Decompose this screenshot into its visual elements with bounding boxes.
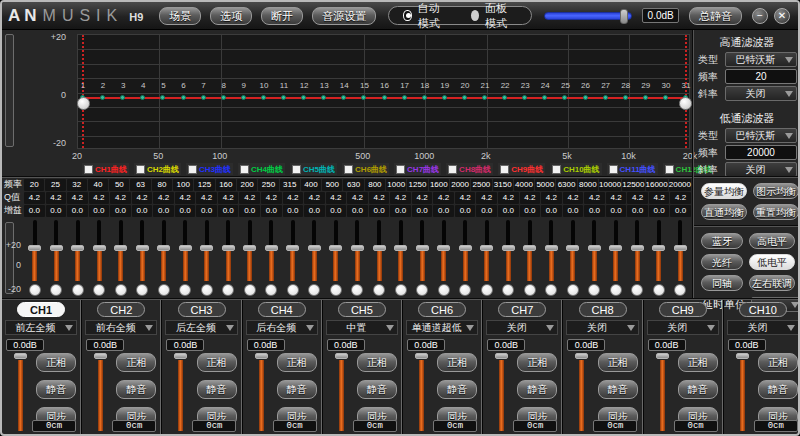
eq-band-gain[interactable]: 0.0 [218, 205, 239, 217]
lpf-type-select[interactable]: 巴特沃斯 [725, 128, 797, 143]
eq-band-q[interactable]: 4.2 [261, 192, 282, 204]
slider-handle[interactable] [28, 245, 41, 251]
eq-band-q[interactable]: 4.2 [369, 192, 390, 204]
slider-handle[interactable] [114, 245, 127, 251]
eq-band-gain[interactable]: 0.0 [24, 205, 45, 217]
slider-reset-knob[interactable] [136, 284, 148, 296]
eq-band-slider[interactable] [239, 218, 261, 299]
eq-band-gain[interactable]: 0.0 [89, 205, 110, 217]
radio-auto-mode[interactable]: 自动模式 [403, 1, 449, 31]
curve-toggle-ch2[interactable]: CH2曲线 [134, 163, 181, 175]
eq-band-frequency[interactable]: 400 [301, 179, 321, 191]
eq-band-q[interactable]: 4.2 [606, 192, 627, 204]
close-icon[interactable]: ✕ [774, 8, 790, 24]
slider-reset-knob[interactable] [524, 284, 536, 296]
eq-band-frequency[interactable]: 2000 [450, 179, 470, 191]
slider-handle[interactable] [243, 245, 256, 251]
eq-band-frequency[interactable]: 20000 [669, 179, 691, 191]
eq-band-gain[interactable]: 0.0 [46, 205, 67, 217]
eq-band-frequency[interactable]: 630 [343, 179, 363, 191]
eq-band-point[interactable] [181, 95, 186, 100]
checkbox-icon[interactable] [552, 165, 561, 174]
slider-reset-knob[interactable] [287, 284, 299, 296]
phase-button[interactable]: 正相 [678, 353, 718, 372]
eq-band-slider[interactable] [282, 218, 304, 299]
slider-reset-knob[interactable] [115, 284, 127, 296]
eq-band-slider[interactable] [110, 218, 132, 299]
eq-band-q[interactable]: 4.2 [347, 192, 368, 204]
eq-band-slider[interactable] [304, 218, 326, 299]
curve-toggle-ch9[interactable]: CH9曲线 [498, 163, 545, 175]
eq-band-q[interactable]: 4.2 [520, 192, 541, 204]
fader-handle[interactable] [415, 353, 428, 359]
eq-band-gain[interactable]: 0.0 [132, 205, 153, 217]
eq-band-q[interactable]: 4.2 [326, 192, 347, 204]
checkbox-icon[interactable] [344, 165, 353, 174]
eq-band-q[interactable]: 4.2 [584, 192, 605, 204]
eq-band-gain[interactable]: 0.0 [110, 205, 131, 217]
eq-band-q[interactable]: 4.2 [196, 192, 217, 204]
channel-mode-select[interactable]: 前右全频 [85, 320, 157, 335]
slider-handle[interactable] [71, 245, 84, 251]
eq-band-gain[interactable]: 0.0 [627, 205, 648, 217]
slider-handle[interactable] [50, 245, 63, 251]
phase-button[interactable]: 正相 [197, 353, 237, 372]
eq-band-frequency[interactable]: 250 [258, 179, 278, 191]
mute-button[interactable]: 静音 [36, 380, 76, 399]
eq-band-q[interactable]: 4.2 [670, 192, 691, 204]
source-button[interactable]: 蓝牙 [701, 233, 743, 249]
eq-band-frequency[interactable]: 50 [109, 179, 129, 191]
master-mute-button[interactable]: 总静音 [689, 7, 742, 25]
fader-handle[interactable] [736, 353, 749, 359]
eq-band-point[interactable] [281, 95, 286, 100]
eq-band-point[interactable] [160, 95, 165, 100]
slider-reset-knob[interactable] [674, 284, 686, 296]
channel-mode-select[interactable]: 关闭 [566, 320, 638, 335]
channel-tab[interactable]: CH7 [498, 302, 546, 317]
eq-band-q[interactable]: 4.2 [412, 192, 433, 204]
eq-band-slider[interactable] [46, 218, 68, 299]
curve-toggle-ch8[interactable]: CH8曲线 [446, 163, 493, 175]
slider-reset-knob[interactable] [481, 284, 493, 296]
eq-band-point[interactable] [502, 95, 507, 100]
phase-button[interactable]: 正相 [758, 353, 798, 372]
slider-handle[interactable] [674, 245, 687, 251]
slider-handle[interactable] [523, 245, 536, 251]
eq-band-frequency[interactable]: 16000 [646, 179, 668, 191]
curve-toggle-ch10[interactable]: CH10曲线 [550, 163, 601, 175]
source-button[interactable]: 光纤 [701, 254, 743, 270]
slider-handle[interactable] [200, 245, 213, 251]
eq-band-point[interactable] [201, 95, 206, 100]
fader-handle[interactable] [495, 353, 508, 359]
channel-tab[interactable]: CH6 [418, 302, 466, 317]
eq-mode-button[interactable]: 参量均衡 [701, 183, 747, 199]
channel-fader[interactable] [174, 353, 187, 431]
mute-button[interactable]: 静音 [598, 380, 638, 399]
eq-band-point[interactable] [542, 95, 547, 100]
fader-handle[interactable] [14, 353, 27, 359]
top-button-2[interactable]: 选项 [210, 7, 252, 25]
eq-band-gain[interactable]: 0.0 [584, 205, 605, 217]
eq-band-gain[interactable]: 0.0 [606, 205, 627, 217]
channel-tab[interactable]: CH4 [258, 302, 306, 317]
eq-band-frequency[interactable]: 25 [45, 179, 65, 191]
eq-band-frequency[interactable]: 5000 [535, 179, 555, 191]
source-button[interactable]: 左右联调 [749, 275, 795, 291]
eq-band-q[interactable]: 4.2 [132, 192, 153, 204]
eq-band-frequency[interactable]: 125 [194, 179, 214, 191]
lpf-freq-input[interactable]: 20000 [725, 145, 797, 160]
slider-reset-knob[interactable] [459, 284, 471, 296]
eq-band-point[interactable] [221, 95, 226, 100]
eq-band-gain[interactable]: 0.0 [390, 205, 411, 217]
slider-reset-knob[interactable] [308, 284, 320, 296]
eq-band-frequency[interactable]: 1000 [386, 179, 406, 191]
eq-band-slider[interactable] [390, 218, 412, 299]
channel-fader[interactable] [255, 353, 268, 431]
eq-band-q[interactable]: 4.2 [24, 192, 45, 204]
slider-reset-knob[interactable] [631, 284, 643, 296]
source-button[interactable]: 低电平 [749, 254, 795, 270]
eq-band-q[interactable]: 4.2 [283, 192, 304, 204]
hpf-handle-knob[interactable] [77, 97, 90, 110]
eq-band-slider[interactable] [132, 218, 154, 299]
mute-button[interactable]: 静音 [437, 380, 477, 399]
